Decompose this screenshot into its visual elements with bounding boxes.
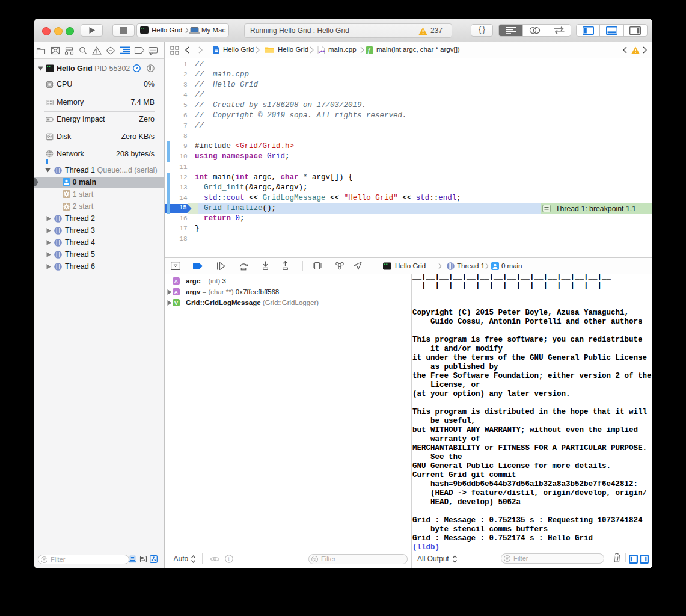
svg-text:A: A [174,279,179,285]
svg-text:My Mac: My Mac [201,26,226,34]
svg-text:Hello Grid: Hello Grid [152,26,182,34]
svg-text:c++: c++ [319,49,325,54]
svg-text:i: i [228,556,230,562]
svg-text:V: V [174,300,178,306]
svg-text:A: A [174,289,179,295]
